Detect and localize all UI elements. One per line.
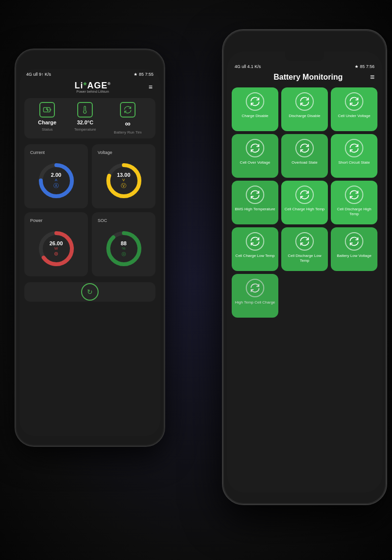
pf-notch <box>285 51 324 61</box>
pb-power-card: Power 26.00 W ⊛ <box>24 212 88 276</box>
pf-item-overload-state[interactable]: Overload State <box>281 134 328 178</box>
pf-item-cell-discharge-low-temp-label: Cell Discharge Low Temp <box>284 254 325 263</box>
pf-item-charge-disable-label: Charge Disable <box>241 114 268 119</box>
pf-item-high-temp-cell-charge[interactable]: High Temp Cell Charge <box>232 274 278 318</box>
pb-runtime-label: Battery Run Tim <box>114 130 141 135</box>
pb-voltage-card: Voltage 13.00 V Ⓥ <box>92 144 155 208</box>
pf-item-charge-disable[interactable]: Charge Disable <box>232 87 278 131</box>
pb-voltage-unit: V <box>117 178 131 182</box>
pb-menu-icon[interactable]: ≡ <box>149 83 153 91</box>
pb-runtime-value: ∞ <box>125 119 130 128</box>
pf-item-battery-low-voltage-icon <box>345 232 363 251</box>
pb-bottom-icon: ↻ <box>81 283 99 301</box>
pf-header: Battery Monitoring ≡ <box>227 71 382 85</box>
pf-item-cell-under-voltage-label: Cell Under Voltage <box>338 114 371 119</box>
phone-front: 4G ull 4.1 K/s ★ 85 7:56 Battery Monitor… <box>222 29 387 505</box>
pf-item-cell-over-voltage-label: Cell Over Voltage <box>240 160 270 165</box>
pb-charge-value: Charge <box>38 119 56 125</box>
pb-soc-icon: ◎ <box>120 251 126 257</box>
pb-temp-value: 32.0°C <box>77 119 93 125</box>
pb-status-left: 4G ull 9↑ K/s <box>26 72 51 77</box>
pf-item-bms-high-temp[interactable]: BMS High Temperature <box>232 181 278 224</box>
pf-item-cell-discharge-low-temp[interactable]: Cell Discharge Low Temp <box>281 227 328 271</box>
pb-status-bar: 4G ull 9↑ K/s ★ 85 7:55 <box>19 69 160 79</box>
pf-item-cell-charge-low-temp-label: Cell Charge Low Temp <box>236 254 275 258</box>
pf-item-overload-state-icon <box>295 139 314 157</box>
pf-item-cell-over-voltage[interactable]: Cell Over Voltage <box>232 134 278 178</box>
pf-page-title: Battery Monitoring <box>246 73 370 82</box>
pf-item-cell-charge-high-temp[interactable]: Cell Charge High Temp <box>281 181 328 224</box>
pb-voltage-num: 13.00 <box>117 172 131 178</box>
pf-item-battery-low-voltage[interactable]: Battery Low Voltage <box>331 227 377 271</box>
pb-bottom-card: ↻ <box>24 282 155 302</box>
pb-soc-gauge: 88 % ◎ <box>98 227 150 271</box>
pb-current-unit: A <box>51 178 61 182</box>
pb-voltage-gauge: 13.00 V Ⓥ <box>98 159 150 203</box>
pb-current-card: Current 2.00 A Ⓐ <box>24 144 88 208</box>
pf-item-discharge-disable-label: Discharge Disable <box>289 114 321 119</box>
pf-menu-icon[interactable]: ≡ <box>370 73 375 82</box>
pb-power-icon: ⊛ <box>50 251 63 257</box>
pf-item-high-temp-cell-charge-label: High Temp Cell Charge <box>235 300 275 305</box>
pf-item-overload-state-label: Overload State <box>291 160 317 165</box>
pf-item-cell-discharge-high-temp-label: Cell Discharge High Temp <box>334 207 375 216</box>
pb-temp-label: Temperature <box>74 127 96 132</box>
pf-item-cell-charge-high-temp-icon <box>295 186 314 204</box>
pf-item-bms-high-temp-label: BMS High Temperature <box>235 207 275 212</box>
pb-logo-text: Li*AGE® <box>74 81 111 91</box>
pb-logo: Li*AGE® Power behind Lithium <box>74 81 111 93</box>
pf-item-battery-low-voltage-label: Battery Low Voltage <box>337 254 371 258</box>
pf-status-bar: 4G ull 4.1 K/s ★ 85 7:56 <box>227 61 382 71</box>
pf-item-cell-discharge-low-temp-icon <box>295 232 314 251</box>
pf-item-cell-under-voltage-icon <box>345 92 363 111</box>
pf-item-short-circuit-label: Short Circuit State <box>339 160 370 165</box>
pb-header: Li*AGE® Power behind Lithium ≡ <box>19 79 160 98</box>
pb-soc-card: SOC 88 % ◎ <box>92 212 155 276</box>
pf-item-discharge-disable-icon <box>295 92 314 111</box>
pb-temp-icon <box>77 102 93 118</box>
pf-item-cell-discharge-high-temp[interactable]: Cell Discharge High Temp <box>331 181 377 224</box>
pf-status-left: 4G ull 4.1 K/s <box>235 64 261 69</box>
pb-temp-status: 32.0°C Temperature <box>74 102 96 135</box>
pb-metrics: Current 2.00 A Ⓐ <box>19 138 160 282</box>
pf-item-cell-charge-low-temp[interactable]: Cell Charge Low Temp <box>232 227 278 271</box>
pb-power-title: Power <box>30 218 82 223</box>
phone-front-screen: 4G ull 4.1 K/s ★ 85 7:56 Battery Monitor… <box>227 51 382 492</box>
pf-item-cell-charge-high-temp-label: Cell Charge High Temp <box>285 207 325 212</box>
pf-status-grid: Charge Disable Discharge Disable Cell Un… <box>227 85 382 320</box>
pb-soc-num: 88 <box>120 240 126 246</box>
pf-item-short-circuit-icon <box>345 139 363 157</box>
pb-logo-sub: Power behind Lithium <box>74 90 111 93</box>
pb-runtime-status: ∞ Battery Run Tim <box>114 102 141 135</box>
pf-item-high-temp-cell-charge-icon <box>246 279 264 297</box>
pb-voltage-icon: Ⓥ <box>117 182 131 189</box>
pf-item-bms-high-temp-icon <box>246 186 264 204</box>
pf-item-cell-under-voltage[interactable]: Cell Under Voltage <box>331 87 377 131</box>
pf-item-discharge-disable[interactable]: Discharge Disable <box>281 87 328 131</box>
pb-power-gauge: 26.00 W ⊛ <box>30 227 82 271</box>
pf-item-charge-disable-icon <box>246 92 264 111</box>
pb-soc-title: SOC <box>98 218 150 223</box>
phone-back-screen: 4G ull 9↑ K/s ★ 85 7:55 Li*AGE® Power be… <box>19 69 160 436</box>
pb-status-row: Charge Status 32.0°C Temperature ∞ <box>24 98 155 138</box>
pf-item-cell-over-voltage-icon <box>246 139 264 157</box>
phone-back: 4G ull 9↑ K/s ★ 85 7:55 Li*AGE® Power be… <box>15 49 165 447</box>
pf-item-cell-discharge-high-temp-icon <box>345 186 363 204</box>
pb-current-num: 2.00 <box>51 172 61 178</box>
pb-power-unit: W <box>50 246 63 251</box>
pf-status-right: ★ 85 7:56 <box>355 64 375 69</box>
pb-charge-label: Status <box>42 127 53 132</box>
pb-status-right: ★ 85 7:55 <box>134 72 153 77</box>
pf-item-short-circuit[interactable]: Short Circuit State <box>331 134 377 178</box>
pb-charge-icon <box>39 102 55 118</box>
pf-item-cell-charge-low-temp-icon <box>246 232 264 251</box>
pb-current-title: Current <box>30 150 82 155</box>
pb-voltage-title: Voltage <box>98 150 150 155</box>
pb-current-icon: Ⓐ <box>51 182 61 189</box>
pb-charge-status: Charge Status <box>38 102 56 135</box>
pb-runtime-icon <box>120 102 136 118</box>
pb-current-gauge: 2.00 A Ⓐ <box>30 159 82 203</box>
pb-power-num: 26.00 <box>50 240 63 246</box>
pb-soc-unit: % <box>120 246 126 251</box>
